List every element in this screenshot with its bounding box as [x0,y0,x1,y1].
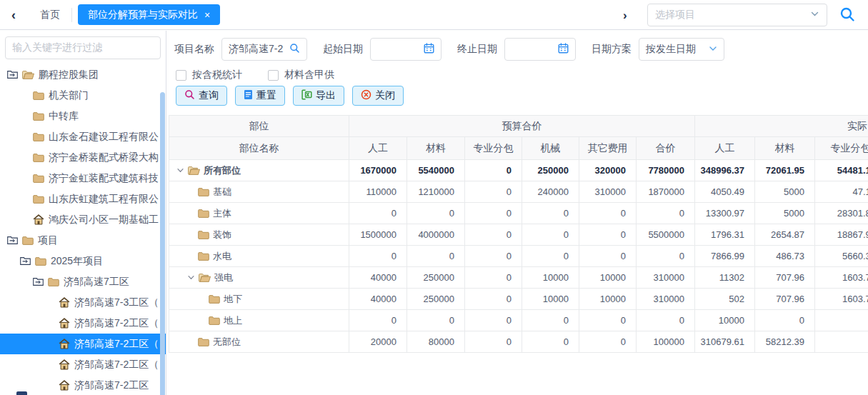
export-button[interactable]: 导出 [293,86,344,106]
cell-value: 47.17 [815,181,868,203]
checkbox-tax-included[interactable]: 按含税统计 [176,69,242,81]
cell-value: 0 [465,246,522,267]
cell-value: 0 [815,331,868,353]
tree-item[interactable]: 2025年项目 [0,251,166,271]
cell-value: 10000 [579,267,637,289]
close-button[interactable]: 关闭 [352,86,404,106]
house-icon [33,214,44,225]
cell-value: 310000 [637,267,695,289]
start-date-input[interactable] [370,38,442,61]
tree-item[interactable]: 济邹高速7-2工区（ [0,313,166,334]
tree-item[interactable]: 济邹高速7工区 [0,271,166,292]
tree-switcher-icon[interactable] [7,236,18,245]
cell-value: 0 [637,310,695,331]
end-date-input[interactable] [504,38,576,61]
cell-value: 0 [579,246,637,267]
reset-button[interactable]: 重置 [235,86,285,106]
cell-value: 1870000 [637,181,695,203]
project-select[interactable]: 选择项目 [647,4,827,26]
calendar-icon[interactable] [558,43,569,56]
calendar-icon[interactable] [424,43,434,56]
tree-item[interactable]: 中转库 [0,106,166,126]
cell-value: 5000 [755,203,815,224]
document-icon [244,89,253,102]
tree-item[interactable]: 鸿庆公司小区一期基础工 [0,209,166,230]
tree-item[interactable]: 鹏程控股集团 [0,64,166,85]
tree-item[interactable]: 机关部门 [0,85,166,106]
search-icon[interactable] [839,6,856,25]
cell-value: 13300.97 [695,203,755,224]
tree-item-label: 济宁金桥装配式桥梁大构 [49,151,159,164]
query-button[interactable]: 查询 [176,86,227,106]
cell-value: 1500000 [349,224,407,246]
cell-value: 0 [637,246,695,267]
table-row: 基础1100001210000024000031000018700004050.… [169,181,868,203]
cell-value: 20000 [349,331,407,353]
folder-icon [48,277,59,287]
cell-value: 10000 [522,267,579,289]
checkbox-icon [268,70,279,81]
row-name: 所有部位 [204,164,241,177]
cell-value: 502 [695,289,755,310]
cell-value: 0 [522,246,579,267]
checkbox-material-supplied[interactable]: 材料含甲供 [268,69,334,81]
project-name-input[interactable]: 济邹高速7-2 [221,38,307,61]
tree-switcher-icon[interactable] [33,277,44,286]
tree-item-label: 济邹高速7-2工区 [74,379,149,392]
tree-item[interactable]: 济邹高速7-3工区（ [0,292,166,313]
tree-item[interactable]: 山东金石建设工程有限公 [0,126,166,147]
project-name-value: 济邹高速7-2 [229,43,289,56]
folder-icon [198,251,209,261]
sidebar-scrollbar[interactable] [160,92,165,395]
cell-value: 0 [465,181,522,203]
house-icon [59,297,70,308]
cell-value: 2654.87 [755,224,815,246]
cell-value: 0 [465,160,522,181]
cell-value: 40000 [349,289,407,310]
table-column-header: 其它费用 [579,137,637,160]
expand-caret-icon[interactable] [176,166,184,174]
row-name: 地下 [224,293,242,306]
tab-home[interactable]: 首页 [33,9,67,21]
cell-value: 0 [815,310,868,331]
expand-caret-icon[interactable] [187,274,195,281]
cell-value: 310000 [579,181,637,203]
end-date-label: 终止日期 [457,43,497,56]
table-column-header: 专业分包 [465,137,522,160]
back-icon[interactable]: ‹ [11,9,16,21]
row-name: 装饰 [213,229,231,241]
house-icon [59,359,70,370]
cell-value: 54481.13 [815,160,868,181]
cell-value: 240000 [522,181,579,203]
tree-item[interactable]: 项目 [0,230,166,251]
date-plan-select[interactable]: 按发生日期 [639,38,724,61]
tab-close-icon[interactable]: × [204,10,210,20]
cell-value: 100000 [637,331,695,353]
tree-switcher-icon[interactable] [20,256,31,266]
tree-item[interactable]: 济邹高速7-2工区（ [0,334,166,354]
cell-value: 80000 [407,331,465,353]
row-name: 地上 [224,314,242,327]
search-icon[interactable] [289,43,300,56]
cell-value: 1796.31 [695,224,755,246]
tree-filter-input[interactable]: 输入关键字进行过滤 [5,36,161,59]
tree-item-label: 机关部门 [49,89,89,102]
cell-value: 0 [349,203,407,224]
table-column-header: 人工 [349,137,407,160]
tree-item[interactable]: 山东庆虹建筑工程有限公 [0,189,166,209]
forward-icon[interactable]: › [623,9,627,23]
project-select-placeholder: 选择项目 [655,9,810,21]
table-group-header: 预算合价 [349,116,695,137]
tree-switcher-icon[interactable] [7,70,18,79]
cell-value: 58212.39 [755,331,815,353]
table-column-header: 部位名称 [169,137,349,160]
table-row: 装饰1500000400000000055000001796.312654.87… [169,224,868,246]
start-date-label: 起始日期 [323,43,363,56]
cell-value: 5540000 [407,160,465,181]
cell-value: 486.73 [755,246,815,267]
tree-item[interactable]: 济宁金桥装配式桥梁大构 [0,147,166,168]
tab-active[interactable]: 部位分解预算与实际对比 × [78,4,220,25]
tree-item[interactable]: 济邹高速7-2工区（ [0,354,166,375]
tree-item[interactable]: 济宁金虹装配式建筑科技 [0,168,166,189]
table-group-header: 实际 [695,116,868,137]
